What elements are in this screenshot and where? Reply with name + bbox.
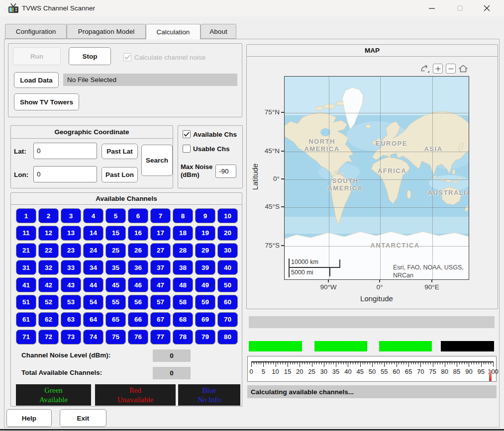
channel-button-58[interactable]: 58 [173,295,193,310]
show-tv-towers-button[interactable]: Show TV Towers [14,93,79,110]
channel-button-4[interactable]: 4 [83,208,103,223]
channel-button-56[interactable]: 56 [128,295,148,310]
home-icon[interactable] [458,64,469,74]
channel-button-74[interactable]: 74 [83,330,103,345]
channel-button-45[interactable]: 45 [105,277,126,292]
search-button[interactable]: Search [141,145,173,176]
map-axes[interactable]: NORTH AMERICAEUROPEASIAAFRICASOUTH AMERI… [284,76,469,280]
channel-button-33[interactable]: 33 [61,260,81,275]
tab-about[interactable]: About [201,24,236,39]
channel-button-12[interactable]: 12 [38,226,59,241]
channel-button-72[interactable]: 72 [38,330,59,345]
channel-button-55[interactable]: 55 [105,295,126,310]
channel-button-60[interactable]: 60 [217,295,238,310]
channel-button-13[interactable]: 13 [61,226,81,241]
zoom-out-icon[interactable] [446,64,456,74]
channel-button-6[interactable]: 6 [128,208,148,223]
channel-button-57[interactable]: 57 [150,295,171,310]
channel-button-17[interactable]: 17 [150,226,171,241]
channel-button-59[interactable]: 59 [195,295,215,310]
past-lon-button[interactable]: Past Lon [101,167,138,182]
channel-button-53[interactable]: 53 [61,295,81,310]
channel-button-69[interactable]: 69 [195,312,215,327]
channel-button-48[interactable]: 48 [173,277,193,292]
channel-button-39[interactable]: 39 [195,260,215,275]
channel-button-1[interactable]: 1 [16,208,36,223]
channel-button-49[interactable]: 49 [195,277,215,292]
channel-button-29[interactable]: 29 [195,243,215,258]
channel-button-66[interactable]: 66 [128,312,148,327]
channel-button-2[interactable]: 2 [38,208,59,223]
load-data-button[interactable]: Load Data [14,72,59,88]
channel-button-11[interactable]: 11 [16,226,36,241]
channel-button-3[interactable]: 3 [61,208,81,223]
channel-button-32[interactable]: 32 [38,260,59,275]
channel-button-68[interactable]: 68 [173,312,193,327]
channel-button-80[interactable]: 80 [217,330,238,345]
channel-button-24[interactable]: 24 [83,243,103,258]
lat-input[interactable]: 0 [33,143,97,159]
channel-button-10[interactable]: 10 [217,208,238,223]
channel-button-50[interactable]: 50 [217,277,238,292]
max-noise-input[interactable]: -90 [215,165,236,178]
channel-button-25[interactable]: 25 [105,243,126,258]
channel-button-36[interactable]: 36 [128,260,148,275]
minimize-button[interactable] [420,0,443,16]
channel-button-18[interactable]: 18 [173,226,193,241]
exit-button[interactable]: Exit [60,409,106,427]
channel-button-34[interactable]: 34 [83,260,103,275]
channel-button-44[interactable]: 44 [83,277,103,292]
channel-button-28[interactable]: 28 [173,243,193,258]
channel-button-78[interactable]: 78 [173,330,193,345]
channel-button-77[interactable]: 77 [150,330,171,345]
channel-button-62[interactable]: 62 [38,312,59,327]
channel-button-26[interactable]: 26 [128,243,148,258]
channel-button-46[interactable]: 46 [128,277,148,292]
channel-button-64[interactable]: 64 [83,312,103,327]
stop-button[interactable]: Stop [69,47,111,65]
channel-button-21[interactable]: 21 [16,243,36,258]
channel-button-30[interactable]: 30 [217,243,238,258]
tab-configuration[interactable]: Configuration [5,24,67,39]
channel-button-35[interactable]: 35 [105,260,126,275]
channel-button-42[interactable]: 42 [38,277,59,292]
channel-button-14[interactable]: 14 [83,226,103,241]
channel-button-20[interactable]: 20 [217,226,238,241]
channel-button-65[interactable]: 65 [105,312,126,327]
channel-button-5[interactable]: 5 [105,208,126,223]
channel-button-79[interactable]: 79 [195,330,215,345]
tab-propagation-model[interactable]: Propagation Model [67,24,146,39]
channel-button-51[interactable]: 51 [16,295,36,310]
channel-button-38[interactable]: 38 [173,260,193,275]
channel-button-16[interactable]: 16 [128,226,148,241]
channel-button-75[interactable]: 75 [105,330,126,345]
channel-button-54[interactable]: 54 [83,295,103,310]
channel-button-15[interactable]: 15 [105,226,126,241]
channel-button-61[interactable]: 61 [16,312,36,327]
channel-button-70[interactable]: 70 [217,312,238,327]
channel-button-73[interactable]: 73 [61,330,81,345]
channel-button-9[interactable]: 9 [195,208,215,223]
channel-button-63[interactable]: 63 [61,312,81,327]
close-button[interactable] [475,0,498,16]
available-chs-checkbox[interactable] [183,130,191,138]
zoom-in-icon[interactable] [433,64,443,74]
help-button[interactable]: Help [6,409,52,427]
channel-button-31[interactable]: 31 [16,260,36,275]
channel-button-52[interactable]: 52 [38,295,59,310]
channel-button-71[interactable]: 71 [16,330,36,345]
tab-calculation[interactable]: Calculation [146,24,201,39]
channel-button-37[interactable]: 37 [150,260,171,275]
channel-button-19[interactable]: 19 [195,226,215,241]
usable-chs-checkbox[interactable] [183,145,191,153]
channel-button-76[interactable]: 76 [128,330,148,345]
lon-input[interactable]: 0 [33,166,97,182]
channel-button-41[interactable]: 41 [16,277,36,292]
channel-button-40[interactable]: 40 [217,260,238,275]
channel-button-27[interactable]: 27 [150,243,171,258]
channel-button-7[interactable]: 7 [150,208,171,223]
channel-button-43[interactable]: 43 [61,277,81,292]
channel-button-47[interactable]: 47 [150,277,171,292]
past-lat-button[interactable]: Past Lat [101,144,138,159]
channel-button-23[interactable]: 23 [61,243,81,258]
